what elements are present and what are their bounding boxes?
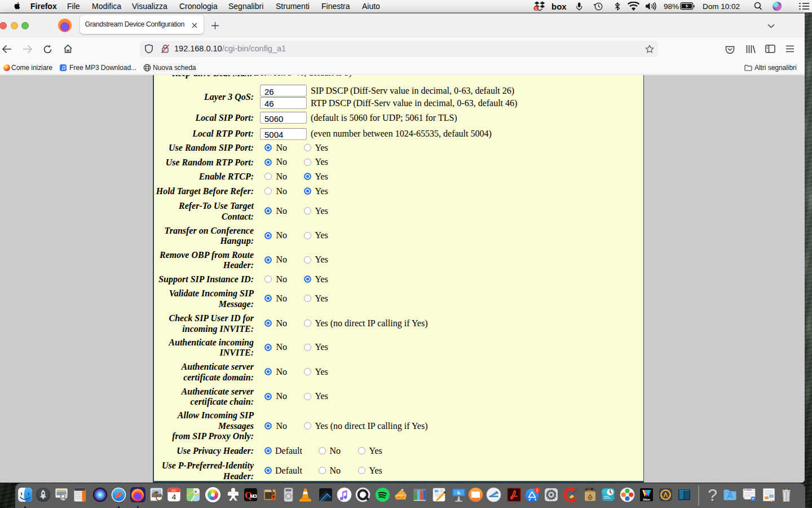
- svg-text:DIC: DIC: [171, 489, 176, 492]
- svg-text:1: 1: [535, 6, 537, 11]
- svg-text:Nikon: Nikon: [643, 498, 650, 501]
- svg-text:b: b: [457, 490, 460, 496]
- svg-text:DVD: DVD: [286, 489, 291, 492]
- svg-text:4: 4: [171, 493, 176, 501]
- svg-text:MIDI: MIDI: [250, 493, 257, 499]
- svg-text:1: 1: [536, 488, 538, 493]
